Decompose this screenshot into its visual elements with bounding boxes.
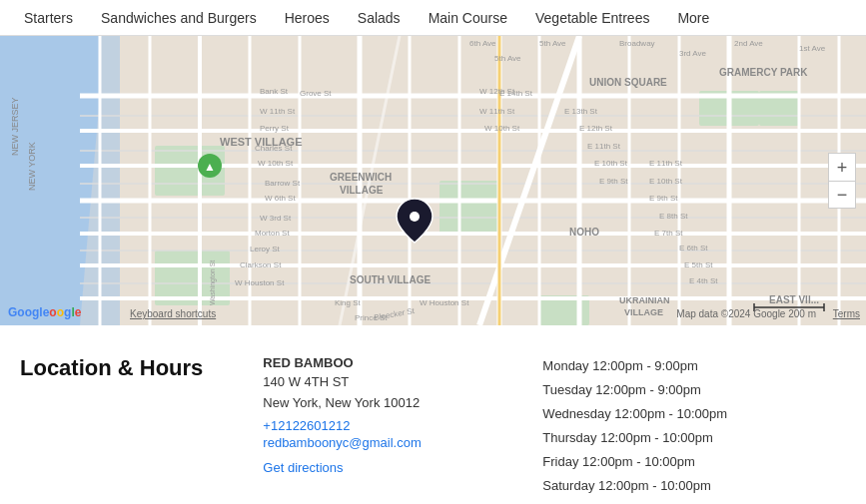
nav-item-vegetable-entrees[interactable]: Vegetable Entrees (521, 0, 663, 36)
svg-text:NOHO: NOHO (569, 227, 599, 238)
svg-text:W 10th St: W 10th St (484, 124, 520, 133)
svg-text:Prince St: Prince St (355, 313, 388, 322)
svg-text:3rd Ave: 3rd Ave (679, 49, 707, 58)
phone-link[interactable]: +12122601212 (263, 418, 502, 433)
svg-text:W 3rd St: W 3rd St (260, 214, 292, 223)
svg-text:W Houston St: W Houston St (420, 298, 469, 307)
address-line-1: 140 W 4TH ST (263, 372, 502, 393)
main-navigation: StartersSandwiches and BurgersHeroesSala… (0, 0, 866, 36)
svg-text:E 11th St: E 11th St (649, 159, 683, 168)
hours-grid: Monday 12:00pm - 9:00pmTuesday 12:00pm -… (542, 355, 727, 504)
svg-text:W Houston St: W Houston St (235, 278, 285, 287)
hours-row: Thursday 12:00pm - 10:00pm (542, 427, 727, 449)
map-section: WEST VILLAGE GREENWICH VILLAGE HUDSON SQ… (0, 36, 866, 325)
restaurant-name: RED BAMBOO (263, 355, 502, 370)
hours-day: Thursday 12:00pm - 10:00pm (542, 427, 713, 449)
map-terms[interactable]: Terms (833, 308, 860, 319)
svg-text:Clarkson St: Clarkson St (240, 260, 282, 269)
hours-day: Wednesday 12:00pm - 10:00pm (542, 403, 727, 425)
svg-text:GRAMERCY PARK: GRAMERCY PARK (719, 67, 808, 78)
get-directions-link[interactable]: Get directions (263, 460, 502, 475)
svg-rect-4 (439, 181, 499, 236)
svg-text:6th Ave: 6th Ave (469, 39, 496, 48)
svg-text:VILLAGE: VILLAGE (624, 307, 663, 317)
svg-text:Broadway: Broadway (619, 39, 655, 48)
svg-rect-0 (0, 36, 866, 325)
hours-row: Monday 12:00pm - 9:00pm (542, 355, 727, 377)
svg-text:5th Ave: 5th Ave (494, 54, 521, 63)
svg-text:W 11th St: W 11th St (479, 107, 515, 116)
hours-day: Sunday 12:00pm - 10:00pm (542, 500, 702, 504)
svg-text:5th Ave: 5th Ave (539, 39, 566, 48)
svg-text:VILLAGE: VILLAGE (340, 185, 384, 196)
svg-text:UKRAINIAN: UKRAINIAN (619, 295, 670, 305)
svg-point-101 (410, 212, 420, 222)
nav-item-heroes[interactable]: Heroes (271, 0, 344, 36)
hours-row: Saturday 12:00pm - 10:00pm (542, 475, 727, 497)
svg-text:E 9th St: E 9th St (649, 194, 678, 203)
hours-day: Friday 12:00pm - 10:00pm (542, 451, 694, 473)
map-controls: + − (828, 153, 856, 209)
hours-day: Saturday 12:00pm - 10:00pm (542, 475, 710, 497)
nav-item-sandwiches-and-burgers[interactable]: Sandwiches and Burgers (87, 0, 271, 36)
map-attribution: Map data ©2024 Google 200 m (676, 308, 816, 319)
svg-text:▲: ▲ (204, 160, 216, 174)
nav-item-more[interactable]: More (663, 0, 723, 36)
svg-text:SOUTH VILLAGE: SOUTH VILLAGE (350, 274, 431, 285)
svg-text:EAST VII...: EAST VII... (769, 294, 819, 305)
svg-text:UNION SQUARE: UNION SQUARE (589, 77, 667, 88)
address-line-2: New York, New York 10012 (263, 393, 502, 414)
svg-text:Washington St: Washington St (209, 260, 217, 305)
hours-row: Sunday 12:00pm - 10:00pm (542, 500, 727, 504)
location-details: RED BAMBOO 140 W 4TH ST New York, New Yo… (263, 355, 502, 504)
svg-text:E 14th St: E 14th St (499, 89, 533, 98)
svg-text:E 8th St: E 8th St (659, 212, 688, 221)
nav-item-starters[interactable]: Starters (10, 0, 87, 36)
hours-row: Wednesday 12:00pm - 10:00pm (542, 403, 727, 425)
svg-text:E 11th St: E 11th St (587, 142, 621, 151)
svg-text:King St: King St (335, 298, 362, 307)
svg-text:Grove St: Grove St (300, 89, 332, 98)
zoom-out-button[interactable]: − (828, 181, 856, 209)
email-link[interactable]: redbamboonyc@gmail.com (263, 435, 502, 450)
svg-text:E 4th St: E 4th St (689, 276, 718, 285)
svg-text:Leroy St: Leroy St (250, 245, 281, 253)
svg-text:GREENWICH: GREENWICH (330, 172, 392, 183)
svg-text:E 12th St: E 12th St (579, 124, 613, 133)
svg-text:Bank St: Bank St (260, 87, 289, 96)
svg-text:E 10th St: E 10th St (594, 159, 628, 168)
svg-text:Barrow St: Barrow St (265, 179, 301, 188)
svg-text:2nd Ave: 2nd Ave (734, 39, 763, 48)
nav-item-salads[interactable]: Salads (344, 0, 415, 36)
svg-text:W 6th St: W 6th St (265, 194, 296, 203)
svg-text:W 11th St: W 11th St (260, 107, 296, 116)
svg-text:Charles St: Charles St (255, 144, 293, 153)
svg-text:E 13th St: E 13th St (564, 107, 598, 116)
svg-text:E 10th St: E 10th St (649, 177, 683, 186)
nav-item-main-course[interactable]: Main Course (415, 0, 521, 36)
svg-text:NEW YORK: NEW YORK (27, 142, 37, 191)
section-title: Location & Hours (20, 355, 223, 504)
svg-text:1st Ave: 1st Ave (799, 44, 826, 53)
location-section: Location & Hours RED BAMBOO 140 W 4TH ST… (0, 325, 866, 504)
svg-text:Perry St: Perry St (260, 124, 290, 133)
hours-row: Friday 12:00pm - 10:00pm (542, 451, 727, 473)
svg-text:E 5th St: E 5th St (684, 260, 713, 269)
zoom-in-button[interactable]: + (828, 153, 856, 181)
svg-text:E 9th St: E 9th St (599, 177, 628, 186)
svg-text:W 10th St: W 10th St (258, 159, 294, 168)
svg-text:E 6th St: E 6th St (679, 244, 708, 252)
google-logo: Googleoogle (8, 305, 81, 319)
svg-text:NEW JERSEY: NEW JERSEY (10, 97, 20, 156)
hours-day: Tuesday 12:00pm - 9:00pm (542, 379, 701, 401)
svg-text:E 7th St: E 7th St (654, 229, 683, 238)
hours-row: Tuesday 12:00pm - 9:00pm (542, 379, 727, 401)
hours-day: Monday 12:00pm - 9:00pm (542, 355, 697, 377)
keyboard-shortcuts[interactable]: Keyboard shortcuts (130, 308, 216, 319)
svg-text:Morton St: Morton St (255, 229, 290, 238)
